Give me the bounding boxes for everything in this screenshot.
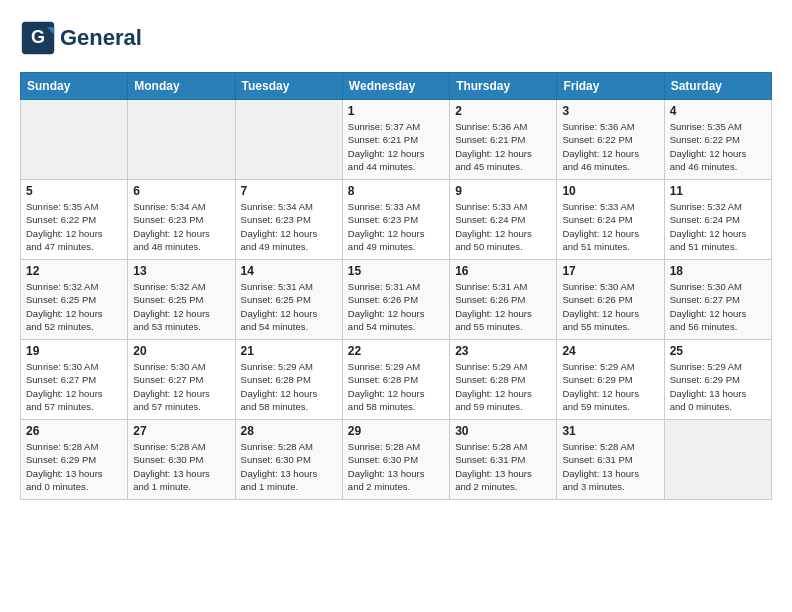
- weekday-header: Saturday: [664, 73, 771, 100]
- calendar-cell: 8Sunrise: 5:33 AM Sunset: 6:23 PM Daylig…: [342, 180, 449, 260]
- weekday-header: Tuesday: [235, 73, 342, 100]
- day-info: Sunrise: 5:35 AM Sunset: 6:22 PM Dayligh…: [26, 200, 122, 253]
- day-number: 4: [670, 104, 766, 118]
- calendar-cell: [128, 100, 235, 180]
- calendar-cell: 30Sunrise: 5:28 AM Sunset: 6:31 PM Dayli…: [450, 420, 557, 500]
- day-number: 9: [455, 184, 551, 198]
- day-info: Sunrise: 5:30 AM Sunset: 6:26 PM Dayligh…: [562, 280, 658, 333]
- day-number: 27: [133, 424, 229, 438]
- day-info: Sunrise: 5:36 AM Sunset: 6:21 PM Dayligh…: [455, 120, 551, 173]
- day-info: Sunrise: 5:37 AM Sunset: 6:21 PM Dayligh…: [348, 120, 444, 173]
- day-number: 6: [133, 184, 229, 198]
- day-info: Sunrise: 5:33 AM Sunset: 6:23 PM Dayligh…: [348, 200, 444, 253]
- day-info: Sunrise: 5:29 AM Sunset: 6:28 PM Dayligh…: [455, 360, 551, 413]
- calendar-cell: 17Sunrise: 5:30 AM Sunset: 6:26 PM Dayli…: [557, 260, 664, 340]
- day-info: Sunrise: 5:28 AM Sunset: 6:30 PM Dayligh…: [241, 440, 337, 493]
- day-number: 10: [562, 184, 658, 198]
- day-number: 11: [670, 184, 766, 198]
- calendar-header: SundayMondayTuesdayWednesdayThursdayFrid…: [21, 73, 772, 100]
- calendar-cell: 6Sunrise: 5:34 AM Sunset: 6:23 PM Daylig…: [128, 180, 235, 260]
- calendar-cell: 12Sunrise: 5:32 AM Sunset: 6:25 PM Dayli…: [21, 260, 128, 340]
- day-number: 14: [241, 264, 337, 278]
- day-number: 30: [455, 424, 551, 438]
- day-info: Sunrise: 5:30 AM Sunset: 6:27 PM Dayligh…: [26, 360, 122, 413]
- calendar-cell: [235, 100, 342, 180]
- calendar-cell: 20Sunrise: 5:30 AM Sunset: 6:27 PM Dayli…: [128, 340, 235, 420]
- page-header: G General: [20, 20, 772, 56]
- day-number: 24: [562, 344, 658, 358]
- day-info: Sunrise: 5:34 AM Sunset: 6:23 PM Dayligh…: [133, 200, 229, 253]
- day-number: 13: [133, 264, 229, 278]
- day-info: Sunrise: 5:29 AM Sunset: 6:29 PM Dayligh…: [670, 360, 766, 413]
- calendar-cell: 16Sunrise: 5:31 AM Sunset: 6:26 PM Dayli…: [450, 260, 557, 340]
- day-number: 20: [133, 344, 229, 358]
- day-number: 1: [348, 104, 444, 118]
- calendar-cell: 28Sunrise: 5:28 AM Sunset: 6:30 PM Dayli…: [235, 420, 342, 500]
- day-info: Sunrise: 5:28 AM Sunset: 6:30 PM Dayligh…: [348, 440, 444, 493]
- day-number: 3: [562, 104, 658, 118]
- day-number: 17: [562, 264, 658, 278]
- day-info: Sunrise: 5:28 AM Sunset: 6:30 PM Dayligh…: [133, 440, 229, 493]
- calendar-cell: 21Sunrise: 5:29 AM Sunset: 6:28 PM Dayli…: [235, 340, 342, 420]
- day-info: Sunrise: 5:35 AM Sunset: 6:22 PM Dayligh…: [670, 120, 766, 173]
- weekday-header: Friday: [557, 73, 664, 100]
- calendar-week-row: 26Sunrise: 5:28 AM Sunset: 6:29 PM Dayli…: [21, 420, 772, 500]
- day-info: Sunrise: 5:34 AM Sunset: 6:23 PM Dayligh…: [241, 200, 337, 253]
- day-info: Sunrise: 5:31 AM Sunset: 6:26 PM Dayligh…: [348, 280, 444, 333]
- day-number: 19: [26, 344, 122, 358]
- weekday-row: SundayMondayTuesdayWednesdayThursdayFrid…: [21, 73, 772, 100]
- calendar-cell: 14Sunrise: 5:31 AM Sunset: 6:25 PM Dayli…: [235, 260, 342, 340]
- calendar-cell: 9Sunrise: 5:33 AM Sunset: 6:24 PM Daylig…: [450, 180, 557, 260]
- day-info: Sunrise: 5:33 AM Sunset: 6:24 PM Dayligh…: [562, 200, 658, 253]
- calendar-cell: 4Sunrise: 5:35 AM Sunset: 6:22 PM Daylig…: [664, 100, 771, 180]
- calendar-cell: 13Sunrise: 5:32 AM Sunset: 6:25 PM Dayli…: [128, 260, 235, 340]
- weekday-header: Sunday: [21, 73, 128, 100]
- day-info: Sunrise: 5:29 AM Sunset: 6:28 PM Dayligh…: [348, 360, 444, 413]
- calendar-cell: 26Sunrise: 5:28 AM Sunset: 6:29 PM Dayli…: [21, 420, 128, 500]
- calendar-cell: [21, 100, 128, 180]
- calendar-cell: 2Sunrise: 5:36 AM Sunset: 6:21 PM Daylig…: [450, 100, 557, 180]
- calendar-week-row: 5Sunrise: 5:35 AM Sunset: 6:22 PM Daylig…: [21, 180, 772, 260]
- day-number: 16: [455, 264, 551, 278]
- day-info: Sunrise: 5:36 AM Sunset: 6:22 PM Dayligh…: [562, 120, 658, 173]
- day-number: 5: [26, 184, 122, 198]
- day-number: 22: [348, 344, 444, 358]
- day-number: 26: [26, 424, 122, 438]
- day-info: Sunrise: 5:33 AM Sunset: 6:24 PM Dayligh…: [455, 200, 551, 253]
- calendar-cell: 1Sunrise: 5:37 AM Sunset: 6:21 PM Daylig…: [342, 100, 449, 180]
- day-number: 23: [455, 344, 551, 358]
- calendar-body: 1Sunrise: 5:37 AM Sunset: 6:21 PM Daylig…: [21, 100, 772, 500]
- logo-text: General: [60, 26, 142, 50]
- weekday-header: Thursday: [450, 73, 557, 100]
- calendar-cell: 23Sunrise: 5:29 AM Sunset: 6:28 PM Dayli…: [450, 340, 557, 420]
- calendar-cell: 11Sunrise: 5:32 AM Sunset: 6:24 PM Dayli…: [664, 180, 771, 260]
- day-number: 12: [26, 264, 122, 278]
- calendar-cell: 19Sunrise: 5:30 AM Sunset: 6:27 PM Dayli…: [21, 340, 128, 420]
- calendar-cell: 27Sunrise: 5:28 AM Sunset: 6:30 PM Dayli…: [128, 420, 235, 500]
- day-number: 28: [241, 424, 337, 438]
- calendar-cell: 10Sunrise: 5:33 AM Sunset: 6:24 PM Dayli…: [557, 180, 664, 260]
- calendar-cell: 7Sunrise: 5:34 AM Sunset: 6:23 PM Daylig…: [235, 180, 342, 260]
- calendar-cell: 22Sunrise: 5:29 AM Sunset: 6:28 PM Dayli…: [342, 340, 449, 420]
- day-number: 29: [348, 424, 444, 438]
- calendar-cell: 18Sunrise: 5:30 AM Sunset: 6:27 PM Dayli…: [664, 260, 771, 340]
- calendar-cell: 31Sunrise: 5:28 AM Sunset: 6:31 PM Dayli…: [557, 420, 664, 500]
- calendar-cell: 5Sunrise: 5:35 AM Sunset: 6:22 PM Daylig…: [21, 180, 128, 260]
- day-info: Sunrise: 5:28 AM Sunset: 6:31 PM Dayligh…: [562, 440, 658, 493]
- calendar-cell: 24Sunrise: 5:29 AM Sunset: 6:29 PM Dayli…: [557, 340, 664, 420]
- day-number: 7: [241, 184, 337, 198]
- weekday-header: Monday: [128, 73, 235, 100]
- calendar-cell: 15Sunrise: 5:31 AM Sunset: 6:26 PM Dayli…: [342, 260, 449, 340]
- day-number: 21: [241, 344, 337, 358]
- day-info: Sunrise: 5:31 AM Sunset: 6:26 PM Dayligh…: [455, 280, 551, 333]
- day-number: 25: [670, 344, 766, 358]
- day-info: Sunrise: 5:29 AM Sunset: 6:28 PM Dayligh…: [241, 360, 337, 413]
- day-info: Sunrise: 5:32 AM Sunset: 6:24 PM Dayligh…: [670, 200, 766, 253]
- logo-icon: G: [20, 20, 56, 56]
- day-info: Sunrise: 5:29 AM Sunset: 6:29 PM Dayligh…: [562, 360, 658, 413]
- calendar-cell: 25Sunrise: 5:29 AM Sunset: 6:29 PM Dayli…: [664, 340, 771, 420]
- calendar-week-row: 1Sunrise: 5:37 AM Sunset: 6:21 PM Daylig…: [21, 100, 772, 180]
- logo: G General: [20, 20, 142, 56]
- day-info: Sunrise: 5:32 AM Sunset: 6:25 PM Dayligh…: [133, 280, 229, 333]
- day-info: Sunrise: 5:30 AM Sunset: 6:27 PM Dayligh…: [133, 360, 229, 413]
